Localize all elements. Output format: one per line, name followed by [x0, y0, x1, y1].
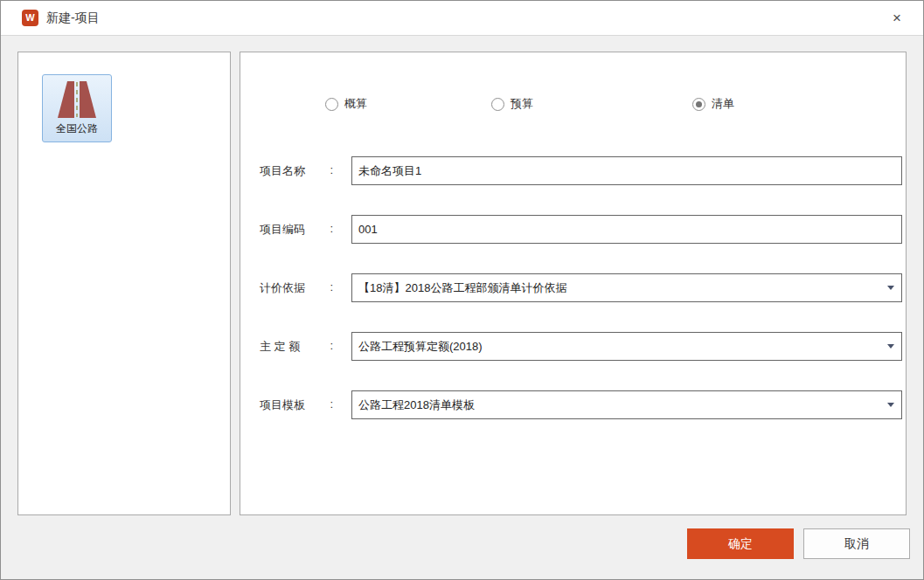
main-quota-select[interactable]: 公路工程预算定额(2018): [351, 332, 902, 361]
radio-qingdan[interactable]: 清单: [692, 96, 734, 112]
project-template-row: 项目模板: 公路工程2018清单模板: [260, 390, 906, 419]
radio-checked-icon[interactable]: [692, 98, 705, 111]
template-item-national-highway[interactable]: 全国公路: [42, 74, 112, 142]
new-project-dialog: W 新建-项目 × 全国公路 概算: [0, 0, 924, 580]
main-quota-label: 主 定 额:: [260, 339, 333, 355]
pricing-basis-row: 计价依据: 【18清】2018公路工程部颁清单计价依据: [260, 273, 906, 302]
project-form-panel: 概算 预算 清单 项目名称:: [240, 52, 907, 515]
dialog-title: 新建-项目: [46, 10, 100, 26]
close-icon[interactable]: ×: [886, 8, 907, 29]
main-quota-row: 主 定 额: 公路工程预算定额(2018): [260, 332, 906, 361]
radio-gaisuan[interactable]: 概算: [325, 96, 367, 112]
chevron-down-icon[interactable]: [887, 403, 894, 407]
radio-unchecked-icon[interactable]: [491, 98, 504, 111]
title-bar: W 新建-项目 ×: [1, 1, 923, 36]
project-code-input[interactable]: [351, 215, 902, 244]
project-name-row: 项目名称:: [260, 156, 906, 185]
highway-road-icon: [57, 81, 97, 118]
chevron-down-icon[interactable]: [887, 286, 894, 290]
app-logo-icon: W: [22, 10, 38, 26]
project-code-row: 项目编码:: [260, 215, 906, 244]
project-name-input[interactable]: [351, 156, 902, 185]
template-item-label: 全国公路: [56, 121, 98, 136]
project-template-label: 项目模板:: [260, 397, 333, 413]
dialog-footer: 确定 取消: [1, 515, 923, 579]
template-list-panel: 全国公路: [17, 52, 231, 515]
pricing-basis-select[interactable]: 【18清】2018公路工程部颁清单计价依据: [351, 273, 902, 302]
pricing-basis-label: 计价依据:: [260, 280, 333, 296]
chevron-down-icon[interactable]: [887, 344, 894, 349]
cancel-button[interactable]: 取消: [803, 528, 910, 559]
project-name-label: 项目名称:: [260, 163, 333, 179]
radio-unchecked-icon[interactable]: [325, 98, 338, 111]
pricing-mode-radio-group: 概算 预算 清单: [240, 96, 906, 115]
project-template-select[interactable]: 公路工程2018清单模板: [351, 390, 902, 419]
dialog-body: 全国公路 概算 预算 清单: [1, 36, 923, 515]
project-code-label: 项目编码:: [260, 222, 333, 238]
ok-button[interactable]: 确定: [687, 528, 794, 559]
radio-yusuan[interactable]: 预算: [491, 96, 533, 112]
